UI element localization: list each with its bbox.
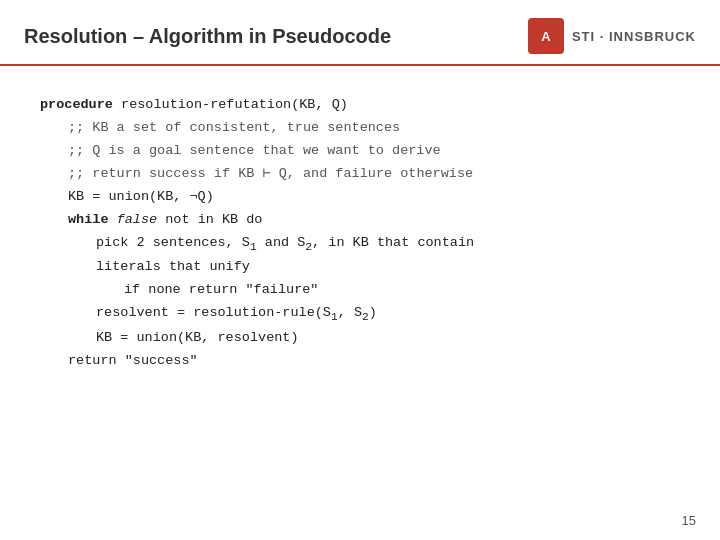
slide-title: Resolution – Algorithm in Pseudocode bbox=[24, 25, 528, 48]
keyword-procedure: procedure bbox=[40, 97, 113, 112]
code-line-9: if none return "failure" bbox=[40, 279, 680, 302]
code-line-11: KB = union(KB, resolvent) bbox=[40, 327, 680, 350]
logo-area: A STI · INNSBRUCK bbox=[528, 18, 696, 54]
italic-false: false bbox=[117, 212, 158, 227]
code-line-2: ;; KB a set of consistent, true sentence… bbox=[40, 117, 680, 140]
logo-text: STI · INNSBRUCK bbox=[572, 29, 696, 44]
code-line-4: ;; return success if KB ⊢ Q, and failure… bbox=[40, 163, 680, 186]
content-area: procedure resolution-refutation(KB, Q) ;… bbox=[0, 66, 720, 393]
code-line-3: ;; Q is a goal sentence that we want to … bbox=[40, 140, 680, 163]
pseudocode-block: procedure resolution-refutation(KB, Q) ;… bbox=[40, 94, 680, 373]
sti-logo-icon: A bbox=[528, 18, 564, 54]
code-line-1: procedure resolution-refutation(KB, Q) bbox=[40, 94, 680, 117]
code-line-8: literals that unify bbox=[40, 256, 680, 279]
svg-text:A: A bbox=[541, 29, 551, 44]
code-line-12: return "success" bbox=[40, 350, 680, 373]
keyword-while: while bbox=[68, 212, 109, 227]
code-line-10: resolvent = resolution-rule(S1, S2) bbox=[40, 302, 680, 327]
code-line-7: pick 2 sentences, S1 and S2, in KB that … bbox=[40, 232, 680, 257]
code-line-6: while false not in KB do bbox=[40, 209, 680, 232]
slide: Resolution – Algorithm in Pseudocode A S… bbox=[0, 0, 720, 540]
code-line-5: KB = union(KB, ¬Q) bbox=[40, 186, 680, 209]
page-number: 15 bbox=[682, 513, 696, 528]
header: Resolution – Algorithm in Pseudocode A S… bbox=[0, 0, 720, 66]
